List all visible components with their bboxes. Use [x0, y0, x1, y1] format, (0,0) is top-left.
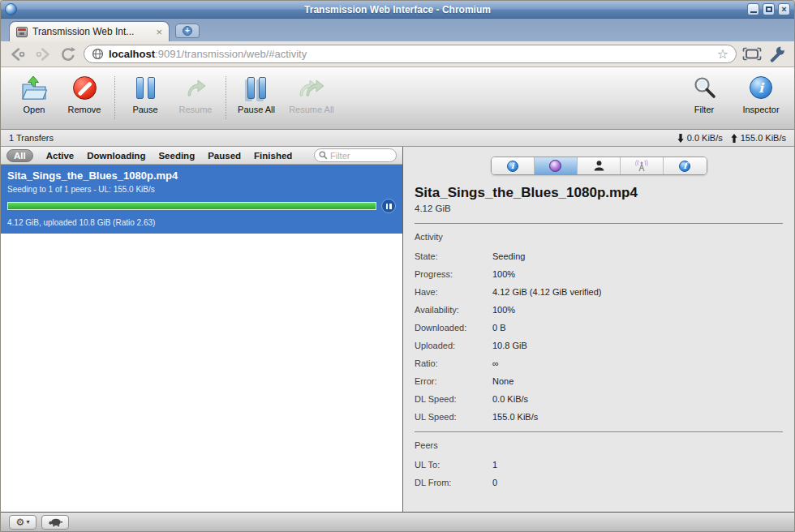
- forward-icon: [34, 45, 52, 63]
- resume-button[interactable]: Resume: [170, 73, 221, 129]
- peers-heading: Peers: [415, 440, 783, 450]
- activity-row-error: Error:None: [415, 376, 783, 386]
- torrent-list-pane: All Active Downloading Seeding Paused Fi…: [1, 147, 403, 512]
- torrent-status: Seeding to 1 of 1 peers - UL: 155.0 KiB/…: [7, 185, 396, 194]
- activity-heading: Activity: [415, 232, 783, 242]
- torrent-name: Sita_Sings_the_Blues_1080p.mp4: [7, 169, 396, 182]
- inspector-tab-activity[interactable]: [535, 157, 578, 174]
- inspector-button[interactable]: i Inspector: [736, 73, 786, 129]
- reload-button[interactable]: [58, 45, 78, 64]
- resume-icon: [183, 77, 208, 99]
- download-speed: 0.0 KiB/s: [677, 133, 723, 143]
- inspector-tab-bar: i f: [491, 157, 707, 175]
- tab-strip: Transmission Web Int... × +: [1, 19, 794, 41]
- filter-tab-bar: All Active Downloading Seeding Paused Fi…: [1, 147, 402, 165]
- filter-tab-downloading[interactable]: Downloading: [87, 151, 145, 161]
- url-text[interactable]: localhost:9091/transmission/web/#activit…: [109, 48, 712, 60]
- filter-tab-paused[interactable]: Paused: [208, 151, 241, 161]
- pause-label: Pause: [132, 105, 157, 114]
- new-tab-plus-icon: +: [183, 26, 192, 36]
- filter-search-box[interactable]: [314, 148, 397, 162]
- browser-navbar: localhost:9091/transmission/web/#activit…: [1, 41, 794, 67]
- inspector-label: Inspector: [742, 105, 779, 114]
- activity-row-availability: Availability:100%: [415, 305, 783, 315]
- remove-label: Remove: [68, 105, 101, 114]
- back-icon: [9, 45, 27, 63]
- filter-button[interactable]: Filter: [679, 73, 729, 129]
- filter-label: Filter: [694, 105, 714, 114]
- remove-icon: [73, 76, 97, 100]
- forward-button[interactable]: [33, 45, 53, 64]
- tracker-antenna-icon: [635, 160, 648, 172]
- window-titlebar: Transmission Web Interface - Chromium ×: [1, 1, 794, 19]
- tab-title: Transmission Web Int...: [32, 26, 151, 37]
- activity-row-state: State:Seeding: [415, 251, 783, 261]
- transmission-favicon-icon: [16, 27, 28, 37]
- activity-row-have: Have:4.12 GiB (4.12 GiB verified): [415, 287, 783, 297]
- files-icon: f: [679, 161, 690, 172]
- window-title: Transmission Web Interface - Chromium: [1, 4, 794, 15]
- remove-button[interactable]: Remove: [59, 73, 110, 129]
- inspector-tab-tracker[interactable]: [621, 157, 664, 174]
- pause-button[interactable]: Pause: [120, 73, 170, 129]
- inspector-tab-info[interactable]: i: [492, 157, 535, 174]
- search-icon: [319, 151, 328, 160]
- gear-icon: ⚙: [16, 517, 25, 528]
- peers-row-dl-from: DL From:0: [415, 478, 783, 487]
- filter-tab-seeding[interactable]: Seeding: [158, 151, 195, 161]
- inspector-tab-files[interactable]: f: [664, 157, 706, 174]
- filter-tab-all[interactable]: All: [6, 149, 33, 162]
- filter-search-input[interactable]: [330, 151, 389, 161]
- speed-limit-button[interactable]: [41, 515, 69, 530]
- activity-row-dl-speed: DL Speed:0.0 KiB/s: [415, 394, 783, 404]
- inspector-pane: i f Sita_Sings_the_Blues_1080p.mp4 4.12 …: [403, 147, 794, 512]
- pause-all-label: Pause All: [238, 105, 275, 114]
- magnifier-icon: [692, 75, 717, 101]
- pause-all-button[interactable]: Pause All: [231, 73, 281, 129]
- filter-tab-active[interactable]: Active: [46, 151, 75, 161]
- open-label: Open: [24, 105, 45, 114]
- filter-tab-finished[interactable]: Finished: [254, 151, 292, 161]
- open-folder-icon: [20, 75, 48, 101]
- activity-row-progress: Progress:100%: [415, 269, 783, 279]
- activity-row-ul-speed: UL Speed:155.0 KiB/s: [415, 412, 783, 422]
- activity-row-ratio: Ratio:∞: [415, 358, 783, 368]
- close-icon: ×: [781, 5, 786, 14]
- torrent-row[interactable]: Sita_Sings_the_Blues_1080p.mp4 Seeding t…: [1, 165, 402, 234]
- resume-all-button[interactable]: Resume All: [281, 73, 342, 129]
- open-button[interactable]: Open: [9, 73, 59, 129]
- back-button[interactable]: [8, 45, 28, 64]
- status-bar: 1 Transfers 0.0 KiB/s 155.0 KiB/s: [1, 130, 794, 147]
- peers-row-ul-to: UL To:1: [415, 460, 783, 470]
- torrent-progress-bar: [7, 202, 376, 210]
- new-tab-button[interactable]: +: [175, 24, 200, 38]
- pause-all-icon: [247, 77, 266, 99]
- turtle-icon: [48, 517, 63, 527]
- toolbar-separator: [226, 76, 226, 119]
- bookmark-star-icon[interactable]: ☆: [717, 48, 728, 61]
- minimize-icon: [750, 11, 757, 13]
- torrent-details: 4.12 GiB, uploaded 10.8 GiB (Ratio 2.63): [7, 218, 396, 227]
- address-bar[interactable]: localhost:9091/transmission/web/#activit…: [84, 45, 737, 63]
- minimize-button[interactable]: [747, 3, 759, 15]
- torrent-pause-button[interactable]: [381, 199, 396, 213]
- maximize-button[interactable]: [763, 3, 775, 15]
- settings-menu-button[interactable]: ⚙ ▾: [9, 515, 37, 530]
- info-icon: i: [507, 161, 518, 172]
- page-actions-button[interactable]: [742, 45, 762, 64]
- down-arrow-icon: [677, 134, 684, 143]
- tab-close-icon[interactable]: ×: [156, 27, 162, 37]
- upload-speed: 155.0 KiB/s: [731, 133, 786, 143]
- toolbar-separator: [114, 76, 115, 119]
- resume-all-icon: [296, 77, 327, 99]
- maximize-icon: [766, 6, 772, 12]
- browser-tab[interactable]: Transmission Web Int... ×: [9, 21, 170, 41]
- up-arrow-icon: [731, 134, 737, 143]
- chromium-logo-icon: [5, 3, 17, 15]
- inspector-tab-peers[interactable]: [578, 157, 621, 174]
- tools-menu-button[interactable]: [767, 45, 787, 64]
- url-path: :9091/transmission/web/#activity: [155, 48, 307, 60]
- inspector-size: 4.12 GiB: [415, 204, 783, 213]
- close-button[interactable]: ×: [778, 3, 790, 15]
- activity-row-downloaded: Downloaded:0 B: [415, 323, 783, 332]
